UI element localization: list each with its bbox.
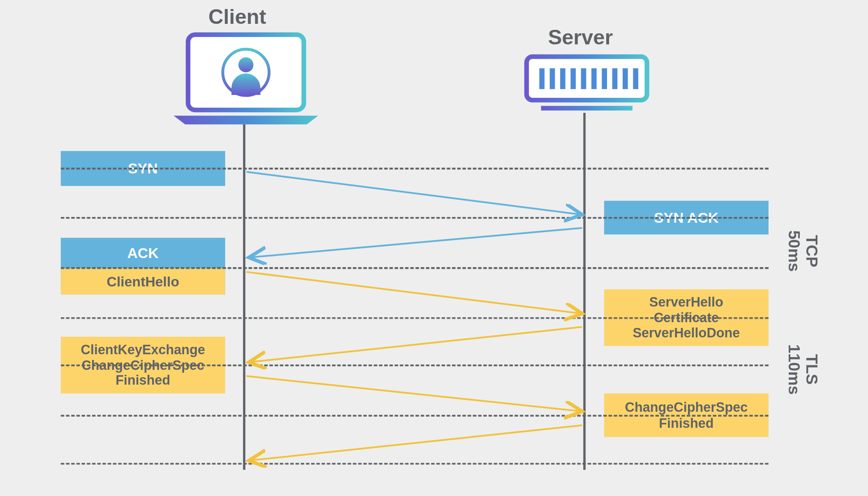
arrow-clientkey (247, 376, 582, 411)
svg-point-1 (223, 49, 269, 96)
annotation-tcp-label: TCP (803, 235, 821, 267)
guide-line (61, 415, 769, 417)
arrow-serverhello (249, 327, 582, 362)
annotation-tls-label: TLS (803, 354, 821, 385)
client-icon (173, 35, 318, 124)
annotation-tls-time: 110ms (785, 344, 803, 395)
svg-rect-10 (591, 68, 597, 89)
sequence-diagram: Client Server (0, 0, 868, 495)
svg-rect-12 (612, 68, 618, 89)
server-icon (526, 57, 647, 111)
svg-rect-13 (623, 68, 628, 89)
arrow-clienthello (247, 272, 582, 314)
annotation-tls: TLS 110ms (785, 344, 820, 395)
svg-point-2 (238, 57, 254, 72)
box-client-hello: ClientHello (61, 268, 225, 294)
svg-rect-6 (550, 68, 555, 89)
annotation-tcp: TCP 50ms (785, 230, 820, 272)
arrow-syn (247, 172, 582, 215)
guide-line (61, 365, 769, 366)
svg-rect-0 (188, 35, 304, 110)
client-title: Client (208, 5, 266, 29)
guide-line (61, 317, 769, 319)
server-title: Server (548, 25, 613, 50)
svg-rect-3 (526, 57, 647, 100)
client-lifeline (243, 125, 245, 470)
svg-rect-5 (539, 68, 545, 89)
annotation-tcp-time: 50ms (785, 230, 803, 272)
svg-rect-14 (633, 68, 638, 89)
svg-rect-7 (560, 68, 566, 89)
guide-line (61, 217, 769, 219)
arrow-synack (249, 228, 582, 258)
guide-line (61, 168, 769, 169)
svg-rect-8 (570, 68, 576, 89)
arrow-servercipher (249, 425, 582, 461)
guide-line (61, 463, 769, 464)
svg-rect-11 (602, 68, 607, 89)
svg-rect-9 (581, 68, 586, 89)
guide-line (61, 267, 769, 269)
svg-rect-4 (541, 106, 632, 111)
box-ack: ACK (61, 238, 225, 269)
